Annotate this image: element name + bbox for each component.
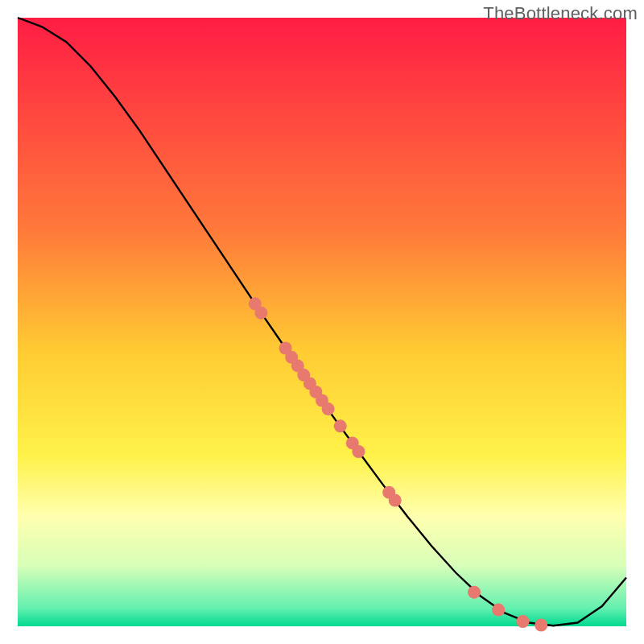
scatter-point — [517, 615, 530, 628]
plot-background — [18, 18, 626, 626]
watermark-text: TheBottleneck.com — [483, 3, 638, 24]
scatter-point — [468, 586, 481, 599]
scatter-point — [322, 402, 335, 415]
scatter-point — [492, 604, 505, 617]
scatter-point — [254, 307, 267, 320]
scatter-point — [389, 494, 402, 507]
scatter-point — [352, 445, 365, 458]
chart-container: TheBottleneck.com — [0, 0, 644, 644]
scatter-point — [334, 419, 347, 432]
scatter-point — [535, 619, 547, 632]
chart-svg — [0, 0, 644, 644]
